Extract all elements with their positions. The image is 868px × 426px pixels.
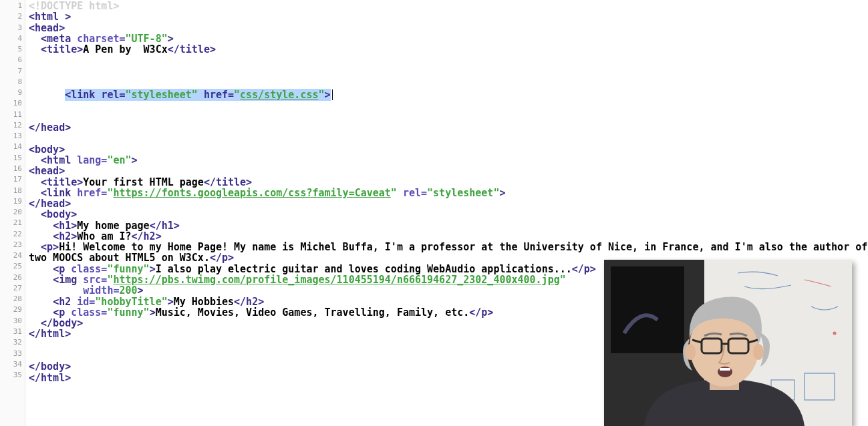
line-number: 6 xyxy=(0,55,25,65)
line-number: 26 xyxy=(0,272,25,283)
line-number: 29 xyxy=(0,304,25,315)
svg-point-8 xyxy=(685,344,696,360)
line-number: 5 xyxy=(0,44,25,55)
line-number: 11 xyxy=(0,110,25,120)
line-number: 3 xyxy=(0,23,25,33)
code-line[interactable]: <html > xyxy=(29,11,868,22)
line-number: 24 xyxy=(0,250,25,261)
code-line[interactable]: </head> xyxy=(29,122,868,133)
line-number: 35 xyxy=(0,370,25,381)
line-number: 9 xyxy=(0,87,25,98)
code-line[interactable] xyxy=(29,112,868,122)
line-number: 23 xyxy=(0,240,25,250)
svg-rect-16 xyxy=(720,368,730,371)
code-line[interactable]: <html lang="en"> xyxy=(29,155,868,166)
code-line[interactable]: </head> xyxy=(29,198,868,209)
line-number: 21 xyxy=(0,218,25,228)
presenter-icon xyxy=(604,260,852,426)
code-line[interactable]: <h2>Who am I?</h2> xyxy=(29,231,868,242)
code-line[interactable]: <body> xyxy=(29,209,868,220)
code-line[interactable]: <meta charset="UTF-8"> xyxy=(29,33,868,44)
line-number: 25 xyxy=(0,261,25,272)
line-number: 16 xyxy=(0,164,25,174)
code-line[interactable] xyxy=(29,77,868,87)
code-line[interactable]: <title>Your first HTML page</title> xyxy=(29,177,868,188)
webcam-overlay xyxy=(604,260,852,426)
line-number: 18 xyxy=(0,186,25,196)
line-number: 13 xyxy=(0,131,25,142)
line-number: 7 xyxy=(0,66,25,77)
svg-rect-11 xyxy=(728,339,748,353)
code-editor[interactable]: 1234567891011121314151617181920212223242… xyxy=(0,0,868,426)
line-number: 32 xyxy=(0,337,25,348)
text-cursor xyxy=(332,89,333,100)
line-number: 10 xyxy=(0,98,25,109)
line-number-gutter: 1234567891011121314151617181920212223242… xyxy=(0,0,25,426)
line-number: 2 xyxy=(0,11,25,22)
line-number: 14 xyxy=(0,142,25,152)
line-number: 8 xyxy=(0,77,25,87)
line-number: 12 xyxy=(0,120,25,131)
svg-rect-10 xyxy=(702,339,722,353)
code-line[interactable]: <body> xyxy=(29,144,868,155)
line-number: 30 xyxy=(0,316,25,327)
code-line[interactable]: <head> xyxy=(29,23,868,33)
line-number: 34 xyxy=(0,359,25,370)
code-line[interactable] xyxy=(29,55,868,65)
line-number: 1 xyxy=(0,1,25,11)
code-line[interactable]: <link href="https://fonts.googleapis.com… xyxy=(29,188,868,198)
line-number: 19 xyxy=(0,196,25,207)
line-number: 20 xyxy=(0,207,25,218)
code-line[interactable]: <h1>My home page</h1> xyxy=(29,220,868,231)
line-number: 4 xyxy=(0,33,25,44)
line-number: 17 xyxy=(0,174,25,185)
line-number: 15 xyxy=(0,153,25,164)
line-number: 22 xyxy=(0,229,25,240)
code-line[interactable]: <title>A Pen by W3Cx</title> xyxy=(29,44,868,55)
code-line[interactable]: <head> xyxy=(29,166,868,176)
code-line[interactable] xyxy=(29,66,868,77)
line-number: 27 xyxy=(0,283,25,294)
code-line[interactable]: <link rel="stylesheet" href="css/style.c… xyxy=(29,87,868,100)
line-number: 33 xyxy=(0,349,25,359)
code-line[interactable] xyxy=(29,133,868,144)
code-line[interactable]: <!DOCTYPE html> xyxy=(29,1,868,11)
code-line[interactable] xyxy=(29,101,868,112)
line-number: 28 xyxy=(0,294,25,304)
svg-point-4 xyxy=(833,332,836,335)
line-number: 31 xyxy=(0,327,25,337)
svg-rect-5 xyxy=(611,266,684,353)
svg-point-9 xyxy=(753,344,764,360)
